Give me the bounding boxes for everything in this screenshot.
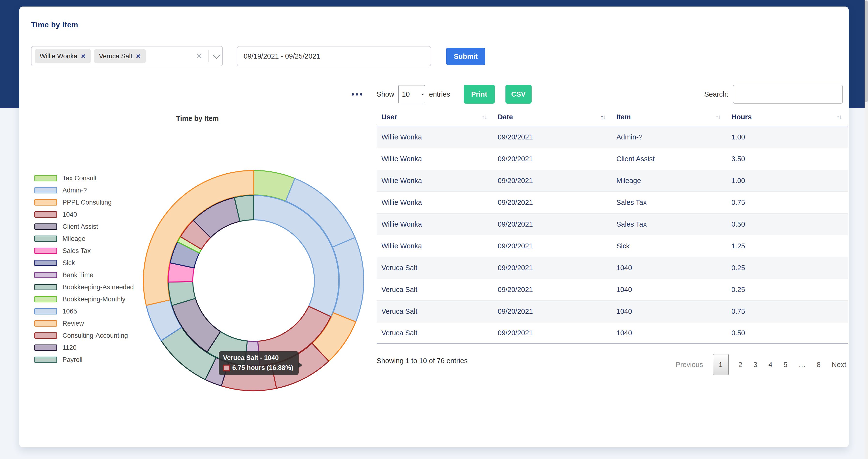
table-body: Willie Wonka09/20/2021Admin-?1.00Willie …	[377, 126, 848, 344]
search-label: Search:	[704, 90, 728, 98]
page-button-1[interactable]: 1	[713, 354, 729, 375]
legend-item[interactable]: 1065	[34, 307, 134, 315]
remove-tag-icon[interactable]: ✕	[136, 53, 141, 60]
scrollbar-thumb[interactable]	[865, 0, 868, 102]
table-row: Veruca Salt09/20/202110400.25	[377, 257, 848, 279]
page-button-2[interactable]: 2	[737, 354, 744, 375]
donut-segment-inner-sales-tax[interactable]	[168, 263, 194, 282]
donut-segment-inner-mileage[interactable]	[235, 195, 254, 221]
table-cell: Veruca Salt	[377, 301, 493, 322]
table-cell: 09/20/2021	[493, 323, 612, 343]
page-button-8[interactable]: 8	[815, 354, 822, 375]
donut-segment-inner-bookkeeping-monthly[interactable]	[178, 237, 202, 253]
legend-item[interactable]: Sales Tax	[34, 247, 134, 255]
legend-item[interactable]: Bookkeeping-Monthly	[34, 295, 134, 303]
donut-segment-outer-1065[interactable]	[146, 300, 182, 340]
clear-selection-icon[interactable]: ✕	[195, 52, 203, 61]
selected-user-tag[interactable]: Willie Wonka✕	[35, 49, 91, 63]
page-button-5[interactable]: 5	[782, 354, 789, 375]
legend-label: Sick	[62, 259, 75, 267]
page-size-select[interactable]: 10	[398, 85, 425, 103]
remove-tag-icon[interactable]: ✕	[81, 53, 86, 60]
page-button-4[interactable]: 4	[767, 354, 774, 375]
table-cell: 1040	[612, 279, 726, 300]
chart-context-menu-icon[interactable]	[350, 92, 364, 97]
donut-segment-outer-admin-[interactable]	[286, 178, 355, 247]
column-label: Hours	[732, 113, 752, 121]
donut-segment-outer-pppl-consulting[interactable]	[144, 170, 254, 305]
tooltip-value-row: 6.75 hours (16.88%)	[223, 364, 293, 371]
legend-swatch	[34, 357, 57, 363]
selected-user-tag[interactable]: Veruca Salt✕	[94, 49, 146, 63]
print-button[interactable]: Print	[464, 85, 495, 104]
legend-swatch	[34, 224, 57, 230]
donut-segment-inner-consulting-accounting[interactable]	[180, 220, 211, 249]
table-cell: 0.50	[726, 323, 848, 343]
table-cell: Willie Wonka	[377, 170, 493, 192]
legend-item[interactable]: Payroll	[34, 356, 134, 364]
table-cell: Sick	[612, 235, 726, 257]
legend-label: Review	[62, 320, 84, 327]
column-header-date[interactable]: Date↑↓	[493, 108, 612, 126]
next-page-button[interactable]: Next	[830, 354, 848, 375]
legend-item[interactable]: Client Assist	[34, 223, 134, 230]
table-cell: 09/20/2021	[493, 279, 612, 300]
legend-swatch	[34, 284, 57, 290]
donut-segment-outer-tax-consult[interactable]	[254, 170, 295, 201]
legend-label: 1040	[62, 211, 77, 218]
column-header-hours[interactable]: Hours↑↓	[726, 108, 848, 126]
tooltip-value: 6.75 hours (16.88%)	[232, 364, 293, 371]
table-cell: 09/20/2021	[493, 170, 612, 192]
donut-segment-outer-admin-[interactable]	[333, 237, 364, 322]
donut-segment-inner-admin-[interactable]	[254, 195, 339, 317]
legend-item[interactable]: Bank Time	[34, 271, 134, 279]
column-header-user[interactable]: User↑↓	[377, 108, 493, 126]
table-cell: Admin-?	[612, 126, 726, 148]
table-cell: 1040	[612, 257, 726, 278]
legend-item[interactable]: Consulting-Accounting	[34, 332, 134, 339]
sort-up-arrow: ↑	[837, 113, 839, 121]
legend-item[interactable]: 1040	[34, 210, 134, 218]
donut-segment-inner-sick[interactable]	[170, 242, 199, 268]
donut-segment-inner-client-assist[interactable]	[172, 298, 220, 352]
legend-label: Bank Time	[62, 271, 93, 279]
legend-item[interactable]: Bookkeeping-As needed	[34, 283, 134, 291]
submit-button[interactable]: Submit	[446, 48, 485, 65]
page-button-…[interactable]: …	[797, 354, 807, 375]
legend-item[interactable]: Sick	[34, 259, 134, 267]
previous-page-button[interactable]: Previous	[674, 354, 705, 375]
sort-icon: ↑↓	[715, 113, 720, 121]
table-header-row: User↑↓Date↑↓Item↑↓Hours↑↓	[377, 108, 848, 126]
page-button-3[interactable]: 3	[752, 354, 759, 375]
scrollbar-track[interactable]	[865, 0, 868, 459]
donut-segment-inner-1120[interactable]	[193, 198, 240, 238]
legend-swatch	[34, 187, 57, 193]
legend-item[interactable]: Mileage	[34, 235, 134, 242]
show-label: Show	[377, 90, 394, 98]
legend-item[interactable]: 1120	[34, 344, 134, 352]
page-length-control: Show 10 entries Print CSV	[377, 85, 532, 104]
donut-segment-inner-mileage[interactable]	[168, 282, 195, 305]
donut-segment-outer-bookkeeping-as-needed[interactable]	[161, 327, 216, 380]
legend-swatch	[34, 199, 57, 205]
legend-item[interactable]: Tax Consult	[34, 174, 134, 182]
chevron-down-icon[interactable]	[213, 52, 220, 59]
donut-segment-outer-review[interactable]	[312, 313, 356, 361]
user-multiselect[interactable]: Willie Wonka✕Veruca Salt✕ ✕	[31, 46, 223, 66]
search-input[interactable]	[733, 85, 843, 104]
legend-item[interactable]: PPPL Consulting	[34, 198, 134, 206]
table-cell: Veruca Salt	[377, 279, 493, 300]
chart-title: Time by Item	[20, 114, 375, 123]
entries-label: entries	[429, 90, 450, 98]
multiselect-divider	[208, 50, 209, 62]
legend-label: Bookkeeping-As needed	[62, 284, 134, 291]
legend-item[interactable]: Admin-?	[34, 187, 134, 194]
sort-down-arrow: ↓	[603, 113, 605, 121]
column-header-item[interactable]: Item↑↓	[612, 108, 726, 126]
sort-up-arrow: ↑	[715, 113, 718, 121]
legend-label: 1120	[62, 344, 76, 352]
table-cell: 0.50	[726, 214, 848, 235]
csv-button[interactable]: CSV	[505, 85, 532, 104]
date-range-input[interactable]	[237, 46, 431, 66]
legend-item[interactable]: Review	[34, 320, 134, 327]
